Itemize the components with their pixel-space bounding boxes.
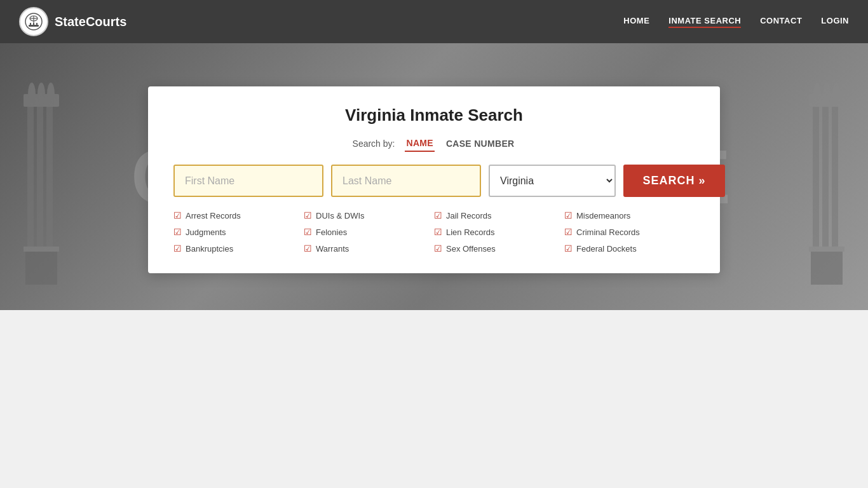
feature-label: Lien Records bbox=[446, 227, 495, 237]
check-icon: ☑ bbox=[304, 243, 312, 254]
svg-point-24 bbox=[832, 83, 840, 105]
feature-item: ☑Bankruptcies bbox=[173, 241, 304, 255]
check-icon: ☑ bbox=[304, 227, 312, 237]
feature-item: ☑Jail Records bbox=[434, 208, 564, 222]
feature-item: ☑Federal Dockets bbox=[564, 241, 695, 255]
feature-label: Federal Dockets bbox=[576, 244, 637, 254]
nav-login[interactable]: LOGIN bbox=[821, 16, 849, 28]
navbar: StateCourts HOME INMATE SEARCH CONTACT L… bbox=[0, 0, 868, 43]
search-inputs-row: Virginia Alabama Alaska Arizona Californ… bbox=[173, 165, 695, 197]
feature-item: ☑Judgments bbox=[173, 225, 304, 239]
last-name-input[interactable] bbox=[331, 165, 481, 197]
brand-name: StateCourts bbox=[55, 15, 126, 29]
svg-rect-17 bbox=[811, 247, 843, 285]
feature-item: ☑Arrest Records bbox=[173, 208, 304, 222]
search-card: Virginia Inmate Search Search by: NAME C… bbox=[148, 86, 720, 273]
svg-rect-20 bbox=[832, 107, 838, 250]
feature-label: Judgments bbox=[186, 227, 226, 237]
feature-item: ☑Sex Offenses bbox=[434, 241, 564, 255]
feature-item: ☑Misdemeanors bbox=[564, 208, 695, 222]
feature-label: Jail Records bbox=[446, 211, 492, 220]
logo-icon bbox=[19, 7, 48, 36]
tab-name[interactable]: NAME bbox=[405, 135, 434, 152]
feature-label: Warrants bbox=[316, 244, 349, 254]
check-icon: ☑ bbox=[173, 210, 182, 220]
svg-rect-2 bbox=[30, 23, 31, 25]
svg-point-15 bbox=[47, 83, 55, 105]
hero-section: COURTHOUSE bbox=[0, 43, 868, 310]
svg-rect-10 bbox=[37, 107, 43, 250]
feature-label: Felonies bbox=[316, 227, 347, 237]
search-by-row: Search by: NAME CASE NUMBER bbox=[173, 135, 695, 152]
feature-label: DUIs & DWIs bbox=[316, 211, 365, 220]
state-select[interactable]: Virginia Alabama Alaska Arizona Californ… bbox=[489, 165, 616, 197]
search-by-label: Search by: bbox=[353, 139, 395, 149]
feature-label: Bankruptcies bbox=[186, 244, 233, 254]
feature-label: Arrest Records bbox=[186, 211, 241, 220]
nav-contact[interactable]: CONTACT bbox=[760, 16, 802, 28]
feature-label: Misdemeanors bbox=[576, 211, 630, 220]
nav-inmate-search[interactable]: INMATE SEARCH bbox=[668, 16, 741, 28]
feature-label: Sex Offenses bbox=[446, 244, 496, 254]
check-icon: ☑ bbox=[564, 227, 573, 237]
check-icon: ☑ bbox=[564, 243, 573, 254]
svg-rect-9 bbox=[27, 107, 34, 250]
svg-rect-4 bbox=[36, 23, 37, 25]
svg-rect-25 bbox=[809, 247, 844, 252]
svg-rect-8 bbox=[25, 247, 57, 285]
check-icon: ☑ bbox=[434, 210, 442, 220]
check-icon: ☑ bbox=[434, 227, 442, 237]
svg-rect-16 bbox=[24, 247, 59, 252]
svg-point-23 bbox=[823, 83, 831, 105]
svg-rect-19 bbox=[822, 107, 829, 250]
check-icon: ☑ bbox=[304, 210, 312, 220]
first-name-input[interactable] bbox=[173, 165, 323, 197]
tab-case-number[interactable]: CASE NUMBER bbox=[445, 136, 516, 151]
search-title: Virginia Inmate Search bbox=[173, 105, 695, 125]
nav-links: HOME INMATE SEARCH CONTACT LOGIN bbox=[623, 16, 849, 28]
svg-point-22 bbox=[813, 83, 821, 105]
check-icon: ☑ bbox=[434, 243, 442, 254]
feature-item: ☑Warrants bbox=[304, 241, 434, 255]
check-icon: ☑ bbox=[173, 227, 182, 237]
search-button[interactable]: SEARCH » bbox=[623, 165, 725, 197]
feature-item: ☑Criminal Records bbox=[564, 225, 695, 239]
feature-label: Criminal Records bbox=[576, 227, 640, 237]
nav-home[interactable]: HOME bbox=[623, 16, 649, 28]
nav-logo[interactable]: StateCourts bbox=[19, 7, 126, 36]
svg-point-14 bbox=[37, 83, 45, 105]
feature-item: ☑DUIs & DWIs bbox=[304, 208, 434, 222]
check-icon: ☑ bbox=[173, 243, 182, 254]
svg-rect-18 bbox=[813, 107, 819, 250]
svg-rect-11 bbox=[46, 107, 53, 250]
check-icon: ☑ bbox=[564, 210, 573, 220]
feature-item: ☑Felonies bbox=[304, 225, 434, 239]
feature-item: ☑Lien Records bbox=[434, 225, 564, 239]
features-grid: ☑Arrest Records☑DUIs & DWIs☑Jail Records… bbox=[173, 208, 695, 255]
svg-point-13 bbox=[28, 83, 36, 105]
